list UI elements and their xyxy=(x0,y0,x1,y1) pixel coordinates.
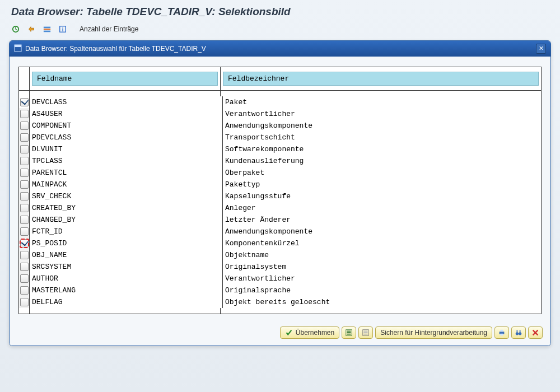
field-checkbox[interactable] xyxy=(20,298,29,306)
field-desc-cell: Kundenauslieferung xyxy=(223,155,541,167)
apply-button[interactable]: Übernehmen xyxy=(280,326,339,339)
field-name-cell: OBJ_NAME xyxy=(30,249,223,261)
table-settings-icon[interactable] xyxy=(41,24,53,35)
field-checkbox[interactable] xyxy=(20,145,29,153)
table-header-row: Feldname Feldbezeichner xyxy=(19,67,541,91)
field-name-cell: DLVUNIT xyxy=(30,143,223,155)
cancel-button[interactable] xyxy=(528,326,543,339)
field-name-cell: PARENTCL xyxy=(30,167,223,179)
field-checkbox[interactable] xyxy=(20,180,29,189)
row-checkbox-cell xyxy=(19,108,30,120)
field-desc-cell: Originalsprache xyxy=(223,284,541,296)
table-row: AUTHORVerantwortlicher xyxy=(19,273,541,284)
row-checkbox-cell xyxy=(19,249,30,261)
dialog-button-bar: Übernehmen Sichern für Hintergrundverarb… xyxy=(10,321,550,346)
field-desc-cell: Verantwortlicher xyxy=(223,108,541,120)
field-checkbox[interactable] xyxy=(20,110,29,118)
field-desc-cell: Oberpaket xyxy=(223,167,541,179)
column-select-dialog: Data Browser: Spaltenauswahl für Tabelle… xyxy=(9,40,551,346)
row-checkbox-cell xyxy=(19,214,30,226)
svg-rect-14 xyxy=(364,332,368,333)
field-checkbox[interactable] xyxy=(20,239,29,248)
page-title-bar: Data Browser: Tabelle TDEVC_TADIR_V: Sel… xyxy=(0,0,560,21)
field-checkbox[interactable] xyxy=(20,251,29,259)
row-checkbox-cell xyxy=(19,261,30,273)
toolbar: i Anzahl der Einträge xyxy=(0,21,560,40)
save-background-button[interactable]: Sichern für Hintergrundverarbeitung xyxy=(375,326,492,339)
field-name-cell: TPCLASS xyxy=(30,155,223,167)
field-name-cell: PDEVCLASS xyxy=(30,132,223,143)
check-icon xyxy=(285,329,293,337)
field-desc-cell: Komponentenkürzel xyxy=(223,237,541,249)
field-name-cell: COMPONENT xyxy=(30,120,223,132)
deselect-all-button[interactable] xyxy=(358,326,373,339)
field-desc-cell: Objektname xyxy=(223,249,541,261)
field-checkbox[interactable] xyxy=(20,263,29,271)
svg-rect-10 xyxy=(347,332,351,333)
table-row: PDEVCLASSTransportschicht xyxy=(19,132,541,143)
row-checkbox-cell xyxy=(19,273,30,284)
deselect-all-icon xyxy=(362,329,370,337)
field-checkbox[interactable] xyxy=(20,204,29,212)
save-background-label: Sichern für Hintergrundverarbeitung xyxy=(380,329,487,337)
execute-with-variant-icon[interactable] xyxy=(26,24,37,35)
field-name-cell: CHANGED_BY xyxy=(30,214,223,226)
field-checkbox[interactable] xyxy=(20,122,29,130)
field-checkbox[interactable] xyxy=(20,133,29,142)
field-desc-cell: Anwendungskomponente xyxy=(223,226,541,237)
field-name-cell: AUTHOR xyxy=(30,273,223,284)
table-row: SRV_CHECKKapselungsstufe xyxy=(19,190,541,202)
execute-icon[interactable] xyxy=(10,24,21,35)
table-row: DEVCLASSPaket xyxy=(19,96,541,108)
field-checkbox[interactable] xyxy=(20,98,29,106)
row-checkbox-cell xyxy=(19,237,30,249)
dialog-container: Data Browser: Spaltenauswahl für Tabelle… xyxy=(0,40,560,346)
select-all-icon xyxy=(345,329,353,337)
svg-rect-9 xyxy=(347,331,351,332)
row-checkbox-cell xyxy=(19,190,30,202)
page-title: Data Browser: Tabelle TDEVC_TADIR_V: Sel… xyxy=(11,6,291,17)
row-checkbox-cell xyxy=(19,284,30,296)
svg-rect-3 xyxy=(44,31,50,32)
field-name-cell: PS_POSID xyxy=(30,237,223,249)
field-name-cell: AS4USER xyxy=(30,108,223,120)
row-checkbox-cell xyxy=(19,155,30,167)
svg-rect-11 xyxy=(347,334,351,335)
select-all-button[interactable] xyxy=(342,326,356,339)
svg-rect-13 xyxy=(364,331,368,332)
print-icon xyxy=(498,329,506,337)
header-fieldname-col: Feldname xyxy=(30,67,221,90)
header-fielddesc-col: Feldbezeichner xyxy=(221,67,541,90)
row-checkbox-cell xyxy=(19,296,30,308)
info-icon[interactable]: i xyxy=(57,24,68,35)
cancel-icon xyxy=(531,329,539,337)
search-button[interactable] xyxy=(511,326,526,339)
field-desc-cell: Transportschicht xyxy=(223,132,541,143)
field-checkbox[interactable] xyxy=(20,274,29,283)
field-checkbox[interactable] xyxy=(20,192,29,200)
field-desc-cell: letzter Änderer xyxy=(223,214,541,226)
table-row: CHANGED_BYletzter Änderer xyxy=(19,214,541,226)
field-checkbox[interactable] xyxy=(20,286,29,295)
field-checkbox[interactable] xyxy=(20,216,29,224)
row-checkbox-cell xyxy=(19,132,30,143)
svg-rect-21 xyxy=(517,330,518,333)
field-desc-cell: Anwendungskomponente xyxy=(223,120,541,132)
dialog-body: Feldname Feldbezeichner DEVCLASSPaketAS4… xyxy=(10,57,550,321)
field-desc-cell: Originalsystem xyxy=(223,261,541,273)
svg-rect-2 xyxy=(44,29,50,30)
svg-rect-1 xyxy=(44,27,50,29)
app-root: Data Browser: Tabelle TDEVC_TADIR_V: Sel… xyxy=(0,0,560,392)
table-rows: DEVCLASSPaketAS4USERVerantwortlicherCOMP… xyxy=(19,96,541,308)
field-checkbox[interactable] xyxy=(20,169,29,177)
field-checkbox[interactable] xyxy=(20,157,29,165)
field-name-cell: DELFLAG xyxy=(30,296,223,308)
field-checkbox[interactable] xyxy=(20,227,29,236)
table-row: DLVUNITSoftwarekomponente xyxy=(19,143,541,155)
svg-rect-17 xyxy=(500,330,503,332)
field-desc-cell: Softwarekomponente xyxy=(223,143,541,155)
dialog-close-button[interactable]: ✕ xyxy=(536,44,546,54)
field-name-cell: SRV_CHECK xyxy=(30,190,223,202)
print-button[interactable] xyxy=(494,326,509,339)
toolbar-entries-label: Anzahl der Einträge xyxy=(80,25,138,33)
